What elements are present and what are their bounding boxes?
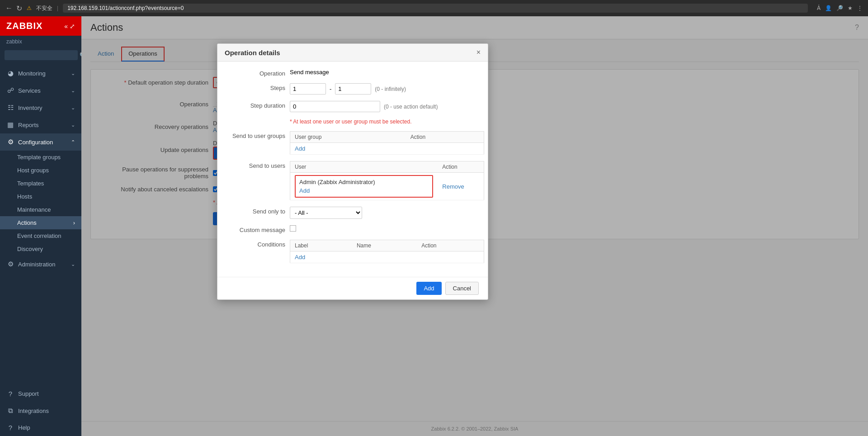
users-box: Admin (Zabbix Administrator) Add	[295, 175, 433, 198]
browser-icon-1: A̒	[817, 5, 821, 11]
operation-value-text: Send message	[290, 69, 329, 76]
conditions-table: Label Name Action Add	[290, 240, 484, 263]
conditions-name-col: Name	[352, 240, 417, 251]
steps-separator: -	[330, 85, 331, 92]
browser-icon-5: ⋮	[857, 5, 863, 11]
sidebar-item-label-support: Support	[18, 390, 39, 397]
nav-section-main: ◕ Monitoring ⌄ ☍ Services ⌄ ☷ Inventory …	[0, 65, 81, 273]
user-group-col-header: User group	[290, 132, 406, 143]
main-content: Actions ? Action Operations * Default op…	[81, 16, 868, 436]
modal-row-users: Send to users User Action	[226, 161, 479, 200]
sidebar-item-hosts[interactable]: Hosts	[0, 190, 81, 203]
sidebar-item-label-services: Services	[18, 87, 41, 94]
modal-step-duration-input[interactable]	[290, 101, 380, 112]
configuration-icon: ⚙	[6, 138, 14, 146]
sidebar-item-configuration[interactable]: ⚙ Configuration ⌃	[0, 133, 81, 151]
sidebar-item-discovery[interactable]: Discovery	[0, 242, 81, 256]
sidebar-item-templates[interactable]: Templates	[0, 177, 81, 190]
users-table: User Action Admin (Zabbix Administrator)	[290, 161, 484, 200]
arrow-actions: ›	[73, 219, 75, 226]
app-container: ZABBIX « ⤢ zabbix 🔍 ◕ Monitoring ⌄ ☍ Ser…	[0, 16, 868, 436]
sidebar-item-template-groups[interactable]: Template groups	[0, 151, 81, 164]
security-warning-icon: ⚠	[27, 5, 32, 11]
modal-value-conditions: Label Name Action Add	[290, 240, 484, 263]
modal-row-operation: Operation Send message	[226, 69, 479, 77]
step-duration-hint: (0 - use action default)	[384, 104, 438, 110]
url-separator: |	[57, 5, 58, 11]
sidebar-item-inventory[interactable]: ☷ Inventory ⌄	[0, 99, 81, 116]
reports-icon: ▦	[6, 121, 14, 129]
steps-from-input[interactable]	[290, 83, 326, 95]
refresh-icon[interactable]: ↻	[16, 4, 22, 13]
steps-hint: (0 - infinitely)	[375, 86, 406, 92]
user-entry-row: Admin (Zabbix Administrator) Add Remove	[290, 173, 484, 200]
administration-icon: ⚙	[6, 260, 14, 268]
modal-label-operation: Operation	[226, 69, 285, 77]
modal-value-steps: - (0 - infinitely)	[290, 83, 479, 95]
custom-message-checkbox[interactable]	[290, 225, 296, 232]
sidebar-item-integrations[interactable]: ⧉ Integrations	[0, 402, 81, 419]
expand-icon[interactable]: ⤢	[70, 23, 75, 30]
sidebar-item-host-groups[interactable]: Host groups	[0, 164, 81, 177]
browser-bar: ← ↻ ⚠ 不安全 | 192.168.159.101/actionconf.p…	[0, 0, 868, 16]
modal-label-conditions: Conditions	[226, 240, 285, 248]
modal-value-users: User Action Admin (Zabbix Administrator)	[290, 161, 484, 200]
steps-to-input[interactable]	[335, 83, 371, 95]
modal-operation-details: Operation details × Operation Send messa…	[217, 43, 488, 300]
modal-value-custom-msg	[290, 225, 479, 232]
sidebar-item-help[interactable]: ? Help	[0, 419, 81, 436]
services-icon: ☍	[6, 86, 14, 95]
user-entry-text: Admin (Zabbix Administrator)	[299, 179, 429, 185]
sidebar-item-label-reports: Reports	[18, 122, 39, 128]
chevron-configuration: ⌃	[71, 139, 75, 145]
modal-close-button[interactable]: ×	[476, 48, 481, 57]
user-groups-add-link[interactable]: Add	[295, 145, 305, 152]
logo-icons[interactable]: « ⤢	[64, 23, 75, 30]
sidebar-item-maintenance[interactable]: Maintenance	[0, 203, 81, 216]
sidebar-item-actions[interactable]: Actions ›	[0, 216, 81, 229]
browser-icon-4: ★	[848, 5, 853, 11]
modal-row-custom-msg: Custom message	[226, 225, 479, 233]
sidebar-item-label-integrations: Integrations	[18, 408, 49, 414]
modal-label-send-only: Send only to	[226, 207, 285, 215]
conditions-add-link[interactable]: Add	[295, 254, 305, 261]
sidebar-search[interactable]: 🔍	[0, 47, 81, 63]
sidebar-item-event-correlation[interactable]: Event correlation	[0, 229, 81, 242]
send-only-select[interactable]: - All - Zabbix administrators Guests	[290, 207, 362, 219]
user-groups-add-row: Add	[290, 143, 484, 155]
modal-label-steps: Steps	[226, 83, 285, 91]
modal-label-step-duration: Step duration	[226, 101, 285, 109]
sidebar-item-reports[interactable]: ▦ Reports ⌄	[0, 116, 81, 133]
modal-value-step-duration: (0 - use action default)	[290, 101, 479, 112]
url-bar[interactable]: 192.168.159.101/actionconf.php?eventsour…	[63, 4, 808, 13]
modal-warning-text: * At least one user or user group must b…	[290, 118, 411, 125]
sidebar-logo: ZABBIX « ⤢	[0, 16, 81, 36]
modal-row-steps: Steps - (0 - infinitely)	[226, 83, 479, 95]
sidebar-username: zabbix	[0, 36, 81, 47]
user-remove-link[interactable]: Remove	[438, 173, 484, 200]
modal-label-users: Send to users	[226, 161, 285, 169]
inventory-icon: ☷	[6, 104, 14, 112]
collapse-icon[interactable]: «	[64, 23, 68, 30]
sidebar-item-services[interactable]: ☍ Services ⌄	[0, 82, 81, 99]
modal-label-user-groups: Send to user groups	[226, 131, 285, 139]
modal-title: Operation details	[225, 49, 280, 57]
help-icon: ?	[6, 424, 14, 431]
chevron-inventory: ⌄	[71, 105, 75, 111]
sidebar-item-label-monitoring: Monitoring	[18, 70, 46, 77]
back-icon[interactable]: ←	[5, 4, 13, 12]
logo-text: ZABBIX	[6, 21, 42, 31]
sidebar: ZABBIX « ⤢ zabbix 🔍 ◕ Monitoring ⌄ ☍ Ser…	[0, 16, 81, 436]
sidebar-item-administration[interactable]: ⚙ Administration ⌄	[0, 256, 81, 273]
modal-label-warning	[226, 118, 285, 120]
sidebar-item-support[interactable]: ? Support	[0, 385, 81, 402]
modal-add-button[interactable]: Add	[416, 282, 441, 295]
modal-cancel-button[interactable]: Cancel	[445, 282, 479, 295]
search-input[interactable]	[5, 50, 78, 60]
sidebar-item-monitoring[interactable]: ◕ Monitoring ⌄	[0, 65, 81, 82]
users-inner-add-link[interactable]: Add	[299, 187, 310, 194]
modal-row-step-duration: Step duration (0 - use action default)	[226, 101, 479, 112]
security-warning-text: 不安全	[36, 5, 52, 12]
browser-nav[interactable]: ← ↻	[5, 4, 22, 13]
modal-value-warning: * At least one user or user group must b…	[290, 118, 479, 125]
